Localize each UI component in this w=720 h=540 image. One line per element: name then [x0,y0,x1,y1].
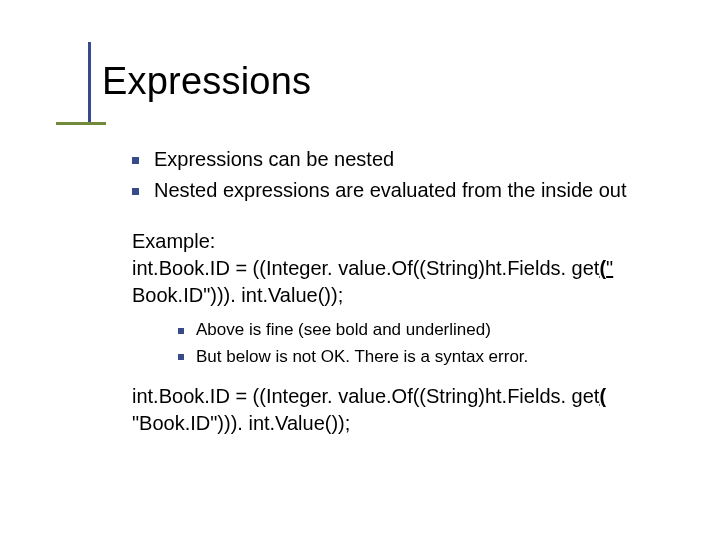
code-text: int.Book.ID = ((Integer. value.Of((Strin… [132,257,599,279]
slide: Expressions Expressions can be nested Ne… [0,0,720,540]
bullet-item: But below is not OK. There is a syntax e… [178,346,680,369]
accent-rule-vertical [88,42,91,122]
code-emph-paren: ( [599,385,606,407]
bullet-item: Nested expressions are evaluated from th… [132,177,680,204]
example-label: Example: [132,230,215,252]
bullet-item: Above is fine (see bold and underlined) [178,319,680,342]
code-text: "Book.ID"))). int.Value()); [132,412,350,434]
accent-rule-horizontal [56,122,106,125]
example-block-bad: int.Book.ID = ((Integer. value.Of((Strin… [132,383,680,437]
bullet-item: Expressions can be nested [132,146,680,173]
bullet-list-sub: Above is fine (see bold and underlined) … [178,319,680,369]
code-text: int.Book.ID = ((Integer. value.Of((Strin… [132,385,599,407]
slide-title: Expressions [102,60,311,103]
code-text: Book.ID"))). int.Value()); [132,284,343,306]
code-emph-quote: " [606,257,613,279]
bullet-list-top: Expressions can be nested Nested express… [132,146,680,204]
slide-body: Expressions can be nested Nested express… [132,146,680,445]
example-block-good: Example: int.Book.ID = ((Integer. value.… [132,228,680,309]
